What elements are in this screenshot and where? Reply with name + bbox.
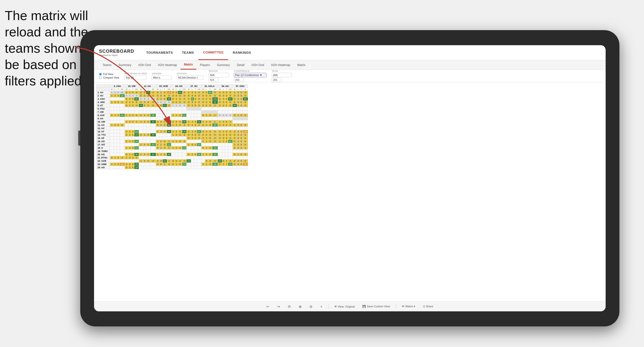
matrix-cell: 0	[222, 124, 225, 127]
reset-btn[interactable]: +	[318, 304, 324, 310]
matrix-cell: 30	[167, 130, 171, 133]
matrix-cell: 0	[228, 130, 232, 133]
matrix-cell	[201, 166, 205, 169]
subnav-summary2[interactable]: Summary	[213, 60, 233, 70]
division-select[interactable]: NCAA Division I NCAA Division II NCAA Di…	[177, 75, 204, 80]
watch-btn[interactable]: 👁 Watch ▾	[400, 304, 417, 309]
matrix-cell: 1	[218, 140, 222, 143]
conference-sub-input[interactable]	[234, 78, 244, 82]
matrix-cell: -0	[243, 91, 248, 94]
matrix-cell: 1	[159, 91, 163, 94]
region-select[interactable]: N/A East West South Midwest	[209, 73, 229, 77]
matrix-cell: 1	[175, 114, 178, 117]
save-custom-btn[interactable]: 💾 Save Custom View	[360, 304, 392, 309]
matrix-cell	[228, 166, 232, 169]
subnav-detail[interactable]: Detail	[233, 60, 248, 70]
matrix-cell	[128, 137, 131, 140]
subnav-h2h-grid2[interactable]: H2H Grid	[248, 60, 268, 70]
matrix-cell	[143, 117, 146, 120]
subnav-h2h-grid[interactable]: H2H Grid	[135, 60, 154, 70]
view-original-btn[interactable]: 👁 View: Original	[332, 304, 357, 309]
matrix-cell	[167, 166, 171, 169]
matrix-cell	[222, 127, 225, 130]
matrix-cell	[187, 156, 191, 159]
matrix-cell	[225, 166, 228, 169]
subnav-matrix2[interactable]: Matrix	[294, 60, 309, 70]
redo-btn[interactable]: ↪	[275, 304, 282, 310]
nav-rankings[interactable]: RANKINGS	[228, 45, 256, 60]
full-view-option[interactable]: Full View	[99, 73, 119, 76]
matrix-cell	[131, 143, 134, 146]
wlt-d9: D	[243, 88, 248, 91]
matrix-cell	[201, 150, 205, 153]
table-row: 15. UF0100010000000000	[96, 137, 248, 140]
share-btn[interactable]: ⟨⟩ Share	[421, 304, 435, 309]
matrix-cell	[128, 110, 131, 114]
matrix-cell	[146, 107, 150, 110]
subnav-h2h-heatmap2[interactable]: H2H Heatmap	[268, 60, 294, 70]
matrix-cell	[232, 127, 237, 130]
nav-committee[interactable]: COMMITTEE	[198, 45, 228, 60]
nav-teams[interactable]: TEAMS	[177, 45, 198, 60]
zoom-out-btn[interactable]: ⊖	[307, 304, 314, 310]
matrix-cell: 12	[120, 94, 125, 97]
matrix-cell: 0	[212, 140, 218, 143]
matrix-cell: 0	[178, 94, 182, 97]
matrix-cell	[218, 143, 222, 146]
matrix-cell	[114, 133, 117, 137]
matrix-cell	[232, 166, 237, 169]
matrix-cell: 0	[139, 133, 143, 137]
matrix-cell: 0	[208, 137, 212, 140]
gender-select[interactable]: Men's Women's	[152, 75, 172, 80]
wlt-w3: W	[139, 88, 143, 91]
matrix-cell	[218, 127, 222, 130]
matrix-cell	[146, 110, 150, 114]
matrix-cell	[139, 110, 143, 114]
matrix-cell: 0	[201, 97, 205, 101]
matrix-cell: 11	[167, 143, 171, 146]
region-input[interactable]	[209, 78, 219, 82]
matrix-cell	[201, 110, 205, 114]
matrix-container[interactable]: 3. ASU 10. UW 11. UA 22. UCB 24. UO 27. …	[94, 82, 606, 301]
matrix-cell: 15	[150, 114, 156, 117]
matrix-cell: 0	[131, 91, 134, 94]
refresh-btn[interactable]: ⟳	[286, 304, 293, 310]
matrix-cell	[175, 153, 178, 156]
subnav-teams[interactable]: Teams	[99, 60, 115, 70]
subnav-players[interactable]: Players	[196, 60, 213, 70]
matrix-cell	[159, 166, 163, 169]
matrix-cell	[218, 117, 222, 120]
matrix-cell: 1	[171, 124, 175, 127]
matrix-cell: 0	[167, 101, 171, 104]
team-select[interactable]: (All)	[272, 73, 292, 77]
conference-select[interactable]: Pac-12 Conference ▼ (All) ACC Big Ten SE…	[234, 73, 267, 77]
table-row: 12. UV	[96, 127, 248, 130]
zoom-in-btn[interactable]: ⊕	[297, 304, 304, 310]
max-teams-select[interactable]: Top 25 Top 50 All	[124, 75, 147, 80]
matrix-cell: 0	[232, 94, 237, 97]
row-label: 11. UA	[96, 124, 110, 127]
matrix-cell	[117, 146, 120, 150]
matrix-cell	[120, 140, 125, 143]
compact-view-option[interactable]: Compact View	[99, 76, 119, 79]
nav-tournaments[interactable]: TOURNAMENTS	[142, 45, 177, 60]
matrix-cell	[194, 146, 197, 150]
matrix-cell: 0	[178, 114, 182, 117]
matrix-cell	[237, 127, 240, 130]
matrix-cell: 0	[225, 124, 228, 127]
matrix-cell: 25	[120, 91, 125, 94]
subnav-summary[interactable]: Summary	[115, 60, 135, 70]
matrix-cell	[128, 143, 131, 146]
matrix-cell: 0	[134, 156, 139, 159]
team-sub-input[interactable]	[272, 78, 282, 82]
wlt-t6: T	[194, 88, 197, 91]
matrix-cell: 1	[139, 159, 143, 163]
matrix-cell	[131, 110, 134, 114]
undo-btn[interactable]: ↩	[264, 304, 271, 310]
wlt-w7: W	[201, 88, 205, 91]
matrix-cell: 40	[232, 104, 237, 107]
matrix-cell: 3	[205, 124, 208, 127]
subnav-h2h-heatmap[interactable]: H2H Heatmap	[154, 60, 181, 70]
subnav-matrix[interactable]: Matrix	[181, 60, 196, 70]
matrix-cell: 0	[212, 137, 218, 140]
